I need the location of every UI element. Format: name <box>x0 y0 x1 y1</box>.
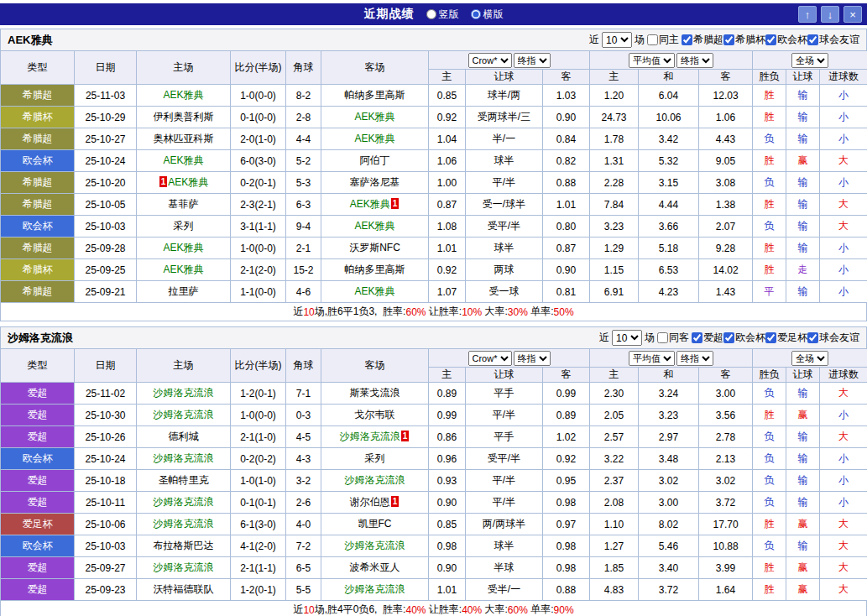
avg-home-cell: 24.73 <box>590 107 639 128</box>
col-header-0: 类型 <box>1 51 75 85</box>
score-cell: 2-0(1-0) <box>231 128 286 150</box>
home-team-cell: 沙姆洛克流浪 <box>137 448 231 470</box>
layout-radio-horizontal[interactable]: 横版 <box>471 8 504 22</box>
scroll-down-button[interactable]: ↓ <box>821 6 839 23</box>
results-body: 爱超25-11-02沙姆洛克流浪1-2(0-1)7-1斯莱戈流浪0.89平手0.… <box>1 383 867 601</box>
result-cell: 负 <box>753 426 786 448</box>
league-cell: 爱超 <box>1 383 75 405</box>
result-cell: 胜 <box>753 194 786 216</box>
home-odds-cell: 0.89 <box>429 383 466 405</box>
home-team-name: 基菲萨 <box>169 198 199 210</box>
league-filter-input[interactable] <box>807 34 818 45</box>
handicap-cell: 平/半 <box>466 172 543 194</box>
same-venue-input[interactable] <box>657 332 668 343</box>
sub-col-header: 客 <box>543 70 590 85</box>
away-team-name: 斯莱戈流浪 <box>350 387 400 399</box>
league-filter-checkbox[interactable]: 球会友谊 <box>807 331 859 345</box>
layout-radio-vertical[interactable]: 竖版 <box>426 8 459 22</box>
league-filter-input[interactable] <box>765 332 776 343</box>
date-cell: 25-11-02 <box>75 383 137 405</box>
handicap-result-cell: 输 <box>786 492 820 514</box>
league-filter-checkbox[interactable]: 欧会杯 <box>723 331 765 345</box>
home-team-name: 沃特福德联队 <box>154 583 214 595</box>
date-cell: 25-10-26 <box>75 426 137 448</box>
date-cell: 25-09-27 <box>75 557 137 579</box>
league-cell: 希腊超 <box>1 194 75 216</box>
average-select[interactable]: 平均值 <box>629 53 675 68</box>
sub-col-header: 主 <box>429 368 466 383</box>
sub-col-header: 让球 <box>786 368 820 383</box>
avg-stage-select[interactable]: 终指 <box>676 351 713 366</box>
league-filter-input[interactable] <box>807 332 818 343</box>
same-venue-checkbox[interactable]: 同主 <box>647 33 679 47</box>
avg-draw-cell: 8.02 <box>639 514 699 535</box>
avg-home-cell: 3.22 <box>590 448 639 470</box>
home-team-cell: 拉里萨 <box>137 281 231 303</box>
home-odds-cell: 0.96 <box>429 448 466 470</box>
date-cell: 25-10-05 <box>75 194 137 216</box>
avg-home-cell: 1.85 <box>590 557 639 579</box>
average-group-header: 平均值终指 <box>590 51 753 70</box>
avg-home-cell: 1.78 <box>590 128 639 150</box>
date-cell: 25-09-23 <box>75 579 137 601</box>
league-filter-input[interactable] <box>723 34 734 45</box>
league-filter-input[interactable] <box>765 34 776 45</box>
match-row: 欧会杯25-10-24AEK雅典6-0(3-0)5-2阿伯丁1.06球半0.82… <box>1 150 867 172</box>
odds-stage-select[interactable]: 终指 <box>514 351 551 366</box>
sub-col-header: 和 <box>639 70 699 85</box>
vertical-radio-input[interactable] <box>426 9 436 19</box>
section-header: AEK雅典 近 10 场 同主 希腊超希腊杯欧会杯球会友谊 <box>0 29 867 50</box>
avg-stage-select[interactable]: 终指 <box>676 53 713 68</box>
recent-count-select[interactable]: 10 <box>602 32 632 48</box>
sub-col-header: 和 <box>639 368 699 383</box>
scroll-up-button[interactable]: ↑ <box>798 6 817 23</box>
sub-col-header: 进球数 <box>820 368 867 383</box>
league-filter-input[interactable] <box>723 332 734 343</box>
league-cell: 爱足杯 <box>1 514 75 535</box>
avg-draw-cell: 6.53 <box>639 259 699 281</box>
average-select[interactable]: 平均值 <box>629 351 675 366</box>
home-team-name: 德利城 <box>169 431 199 442</box>
home-odds-cell: 1.08 <box>429 216 466 238</box>
handicap-result-cell: 输 <box>786 107 820 128</box>
scope-select[interactable]: 全场 <box>791 53 828 68</box>
home-odds-cell: 1.07 <box>429 281 466 303</box>
bookmaker-select[interactable]: Crow* <box>468 351 512 366</box>
same-venue-input[interactable] <box>647 34 658 45</box>
avg-home-cell: 1.10 <box>590 514 639 535</box>
home-team-name: 拉里萨 <box>169 285 199 297</box>
avg-draw-cell: 2.97 <box>639 426 699 448</box>
league-filter-checkbox[interactable]: 爱足杯 <box>765 331 807 345</box>
home-team-cell: 奥林匹亚科斯 <box>137 128 231 150</box>
recent-count-select[interactable]: 10 <box>612 330 642 346</box>
handicap-cell: 两球 <box>466 259 543 281</box>
odds-stage-select[interactable]: 终指 <box>514 53 551 68</box>
same-venue-checkbox[interactable]: 同客 <box>657 331 689 345</box>
odds-group-header: Crow*终指 <box>429 51 590 70</box>
league-filter-checkbox[interactable]: 希腊杯 <box>723 33 765 47</box>
away-odds-cell: 1.02 <box>543 426 590 448</box>
home-odds-cell: 1.01 <box>429 579 466 601</box>
goals-result-cell: 小 <box>820 492 867 514</box>
avg-draw-cell: 10.06 <box>639 107 699 128</box>
scope-select[interactable]: 全场 <box>791 351 828 366</box>
league-filter-checkbox[interactable]: 球会友谊 <box>807 33 859 47</box>
match-row: 希腊超25-11-03AEK雅典1-0(0-0)8-2帕纳多里高斯0.85球半/… <box>1 85 867 107</box>
summary-line: 近10场,胜6平1负3, 胜率:60% 让胜率:10% 大率:30% 单率:50… <box>0 303 867 321</box>
bookmaker-select[interactable]: Crow* <box>468 53 512 68</box>
goals-result-cell: 大 <box>820 514 867 535</box>
close-button[interactable]: × <box>843 6 862 23</box>
away-team-cell: 沙姆洛克流浪 <box>321 579 429 601</box>
league-filter-input[interactable] <box>682 34 692 45</box>
horizontal-radio-input[interactable] <box>471 9 481 19</box>
handicap-result-cell: 赢 <box>786 579 820 601</box>
league-filter-checkbox[interactable]: 希腊超 <box>682 33 723 47</box>
date-cell: 25-10-06 <box>75 514 137 535</box>
titlebar-buttons: ↑ ↓ × <box>798 6 867 23</box>
goals-result-cell: 大 <box>820 383 867 405</box>
league-filter-checkbox[interactable]: 爱超 <box>692 331 723 345</box>
league-filter-checkbox[interactable]: 欧会杯 <box>765 33 807 47</box>
home-odds-cell: 0.87 <box>429 194 466 216</box>
league-filter-input[interactable] <box>692 332 702 343</box>
corner-cell: 8-2 <box>286 85 321 107</box>
